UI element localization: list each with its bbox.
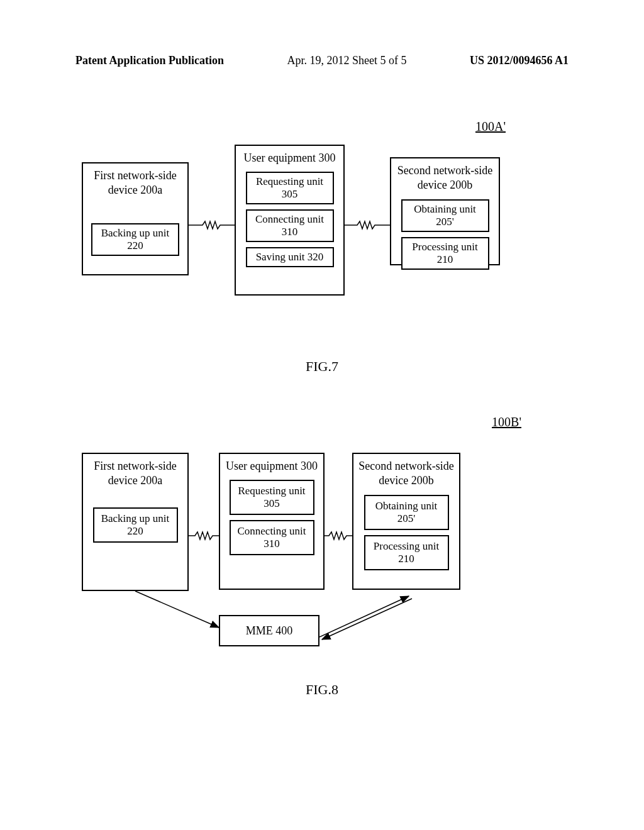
processing-unit: Processing unit 210: [401, 237, 489, 270]
mme-box: MME 400: [219, 615, 319, 646]
box-title: First network-side device 200a: [87, 169, 184, 198]
user-equipment-box: User equipment 300 Requesting unit 305 C…: [219, 453, 325, 590]
wireless-link-icon: [189, 219, 236, 220]
user-equipment-box: User equipment 300 Requesting unit 305 C…: [235, 145, 345, 296]
backing-up-unit: Backing up unit 220: [93, 507, 178, 543]
box-title: User equipment 300: [244, 151, 336, 165]
system-label-100a: 100A': [475, 119, 506, 134]
first-network-device-box: First network-side device 200a Backing u…: [82, 453, 189, 591]
obtaining-unit: Obtaining unit 205': [364, 495, 449, 530]
obtaining-unit: Obtaining unit 205': [401, 199, 489, 232]
box-title: Second network-side device 200b: [357, 459, 455, 489]
second-network-device-box: Second network-side device 200b Obtainin…: [352, 453, 460, 590]
box-title: First network-side device 200a: [87, 459, 184, 489]
figure-8-caption: FIG.8: [0, 682, 644, 698]
requesting-unit: Requesting unit 305: [230, 480, 314, 515]
processing-unit: Processing unit 210: [364, 535, 449, 570]
header-mid: Apr. 19, 2012 Sheet 5 of 5: [287, 54, 407, 67]
header-right: US 2012/0094656 A1: [470, 54, 569, 67]
svg-line-2: [319, 596, 409, 637]
system-label-100b: 100B': [492, 415, 521, 429]
wireless-link-icon: [343, 219, 391, 220]
header-left: Patent Application Publication: [75, 54, 224, 67]
wireless-link-icon: [324, 529, 354, 531]
svg-line-1: [135, 591, 219, 628]
page-header: Patent Application Publication Apr. 19, …: [0, 54, 644, 67]
mme-label: MME 400: [246, 624, 293, 638]
requesting-unit: Requesting unit 305: [246, 172, 334, 204]
second-network-device-box: Second network-side device 200b Obtainin…: [390, 157, 500, 265]
figure-7-caption: FIG.7: [0, 358, 644, 375]
backing-up-unit: Backing up unit 220: [91, 223, 179, 256]
first-network-device-box: First network-side device 200a Backing u…: [82, 162, 189, 275]
box-title: User equipment 300: [226, 459, 318, 473]
box-title: Second network-side device 200b: [395, 163, 495, 193]
connecting-unit: Connecting unit 310: [230, 520, 314, 555]
connecting-unit: Connecting unit 310: [246, 209, 334, 242]
svg-line-3: [322, 599, 412, 639]
saving-unit: Saving unit 320: [246, 247, 334, 267]
wireless-link-icon: [189, 529, 220, 531]
